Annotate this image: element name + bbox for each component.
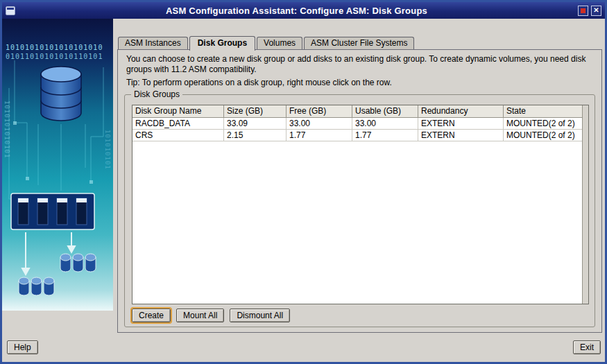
window-title: ASM Configuration Assistant: Configure A… bbox=[15, 6, 578, 16]
table-cell[interactable]: MOUNTED(2 of 2) bbox=[504, 118, 582, 130]
table-row[interactable]: RACDB_DATA 33.09 33.00 33.00 EXTERN MOUN… bbox=[132, 118, 582, 130]
disk-array-icon bbox=[11, 193, 94, 229]
table-cell[interactable]: 33.09 bbox=[224, 118, 287, 130]
help-button[interactable]: Help bbox=[7, 340, 38, 354]
content-panel: You can choose to create a new disk grou… bbox=[117, 49, 602, 333]
create-button[interactable]: Create bbox=[132, 309, 171, 322]
disk-stack-icon bbox=[19, 277, 54, 295]
table-body: Disk Group Name Size (GB) Free (GB) Usab… bbox=[132, 105, 582, 304]
disk-stack-icon bbox=[60, 254, 96, 272]
table-header-row: Disk Group Name Size (GB) Free (GB) Usab… bbox=[132, 105, 582, 118]
table-cell[interactable]: 1.77 bbox=[352, 130, 418, 141]
column-header-redundancy[interactable]: Redundancy bbox=[418, 105, 504, 118]
minimize-icon bbox=[581, 8, 585, 13]
table-cell[interactable]: RACDB_DATA bbox=[132, 118, 224, 130]
exit-button[interactable]: Exit bbox=[573, 340, 601, 354]
minimize-button[interactable] bbox=[578, 6, 588, 16]
table-row[interactable]: CRS 2.15 1.77 1.77 EXTERN MOUNTED(2 of 2… bbox=[132, 130, 582, 141]
table-buttons: Create Mount All Dismount All bbox=[132, 309, 290, 322]
column-header-usable[interactable]: Usable (GB) bbox=[352, 105, 418, 118]
table-cell[interactable]: 1.77 bbox=[287, 130, 352, 141]
table-cell[interactable]: CRS bbox=[132, 130, 224, 141]
table-cell[interactable]: 33.00 bbox=[352, 118, 418, 130]
close-button[interactable]: ✕ bbox=[591, 6, 601, 16]
table-empty-area bbox=[132, 141, 582, 304]
tip-text: Tip: To perform operations on a disk gro… bbox=[126, 78, 392, 87]
window-controls: ✕ bbox=[578, 6, 601, 16]
mount-all-button[interactable]: Mount All bbox=[176, 309, 224, 322]
groupbox-title: Disk Groups bbox=[131, 89, 182, 99]
asmca-window: ASM Configuration Assistant: Configure A… bbox=[0, 0, 607, 364]
table-cell[interactable]: 33.00 bbox=[287, 118, 352, 130]
disk-groups-groupbox: Disk Groups Disk Group Name Size (GB) Fr… bbox=[124, 94, 595, 327]
tab-asm-instances[interactable]: ASM Instances bbox=[118, 37, 188, 49]
sidebar-artwork: 10101010101010101010 0101101010101011010… bbox=[2, 19, 113, 311]
tab-disk-groups[interactable]: Disk Groups bbox=[189, 36, 255, 51]
tab-bar: ASM Instances Disk Groups Volumes ASM Cl… bbox=[118, 36, 416, 49]
tab-volumes[interactable]: Volumes bbox=[257, 37, 302, 49]
database-cylinder-icon bbox=[41, 67, 81, 121]
table-cell[interactable]: MOUNTED(2 of 2) bbox=[504, 130, 582, 141]
table-cell[interactable]: EXTERN bbox=[418, 118, 504, 130]
column-header-disk-group-name[interactable]: Disk Group Name bbox=[132, 105, 224, 118]
column-header-free[interactable]: Free (GB) bbox=[287, 105, 352, 118]
titlebar[interactable]: ASM Configuration Assistant: Configure A… bbox=[2, 2, 605, 19]
description-text: You can choose to create a new disk grou… bbox=[126, 54, 590, 75]
tab-asm-cluster-file-systems[interactable]: ASM Cluster File Systems bbox=[304, 37, 414, 49]
disk-groups-table: Disk Group Name Size (GB) Free (GB) Usab… bbox=[132, 105, 589, 304]
window-menu-icon[interactable] bbox=[6, 6, 15, 15]
column-header-size[interactable]: Size (GB) bbox=[224, 105, 287, 118]
table-cell[interactable]: 2.15 bbox=[224, 130, 287, 141]
column-header-state[interactable]: State bbox=[504, 105, 582, 118]
sidebar-graphic bbox=[2, 19, 113, 311]
vertical-scrollbar[interactable] bbox=[582, 105, 588, 304]
table-cell[interactable]: EXTERN bbox=[418, 130, 504, 141]
dismount-all-button[interactable]: Dismount All bbox=[230, 309, 290, 322]
